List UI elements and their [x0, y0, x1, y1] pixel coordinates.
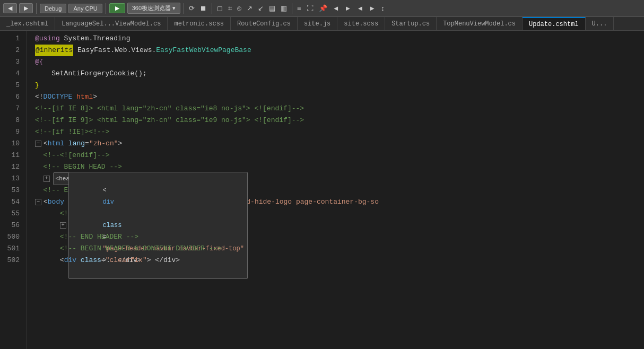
tab-site-js[interactable]: site.js [298, 17, 337, 30]
razor-block-start: @{ [35, 56, 43, 68]
close-brace: } [35, 80, 39, 91]
code-line-12: <!-- BEGIN HEAD --> [27, 161, 644, 173]
html-tag: div [102, 198, 114, 206]
forward-button[interactable]: ▶ [19, 3, 33, 13]
code-indent [35, 150, 43, 161]
code-line-1: @using System.Threading [27, 33, 644, 45]
browser-dropdown[interactable]: 360极速浏览器 ▾ [127, 3, 180, 14]
fold-toggle-10[interactable]: − [35, 141, 41, 147]
code-line-4: SetAntiForgeryCookie(); [27, 68, 644, 80]
icon-btn-3[interactable]: ⎋ [236, 3, 243, 13]
ln-12: 12 [4, 161, 22, 173]
ln-2: 2 [4, 45, 22, 56]
code-line-56: + < div class = "page-header navbar navb… [27, 220, 644, 231]
tab-startup[interactable]: Startup.cs [385, 17, 437, 30]
icon-btn-1[interactable]: ◻ [215, 3, 224, 13]
code-text: System.Threading [60, 33, 130, 45]
fold-toggle-13[interactable]: + [43, 176, 50, 182]
razor-inherits-kw: @inherits [35, 45, 73, 56]
icon-btn-14[interactable]: ► [367, 3, 377, 13]
play-button[interactable]: ▶ [109, 3, 125, 13]
code-text: SetAntiForgery [35, 68, 109, 80]
toolbar-separator-1 [36, 3, 37, 14]
ln-501: 501 [4, 243, 22, 255]
toolbar-separator-5 [292, 3, 292, 14]
ln-11: 11 [4, 150, 22, 161]
ln-8: 8 [4, 115, 22, 126]
ln-9: 9 [4, 126, 22, 138]
ln-7: 7 [4, 103, 22, 115]
code-indent [35, 185, 43, 196]
comment-text: <!--[if IE 9]> <html lang="zh-cn" class=… [35, 115, 304, 126]
icon-btn-4[interactable]: ↗ [245, 3, 254, 13]
tab-site-scss[interactable]: site.scss [337, 17, 385, 30]
code-line-10: − < html lang = "zh-cn" > [27, 138, 644, 150]
comment-text: <!--[if IE 8]> <html lang="zh-cn" class=… [35, 103, 304, 115]
icon-btn-13[interactable]: ◄ [355, 3, 365, 13]
code-text: < [43, 138, 48, 150]
code-line-2: @inherits EasyFast.Web.Views. EasyFastWe… [27, 45, 644, 56]
tab-update[interactable]: Update.cshtml [523, 17, 586, 30]
ln-56: 56 [4, 220, 22, 231]
code-area: 1 2 3 4 5 6 7 8 9 10 11 12 13 53 54 55 5… [0, 31, 644, 349]
icon-btn-8[interactable]: ≡ [295, 3, 303, 13]
debug-dropdown[interactable]: Debug [40, 4, 66, 13]
fold-toggle-54[interactable]: − [35, 199, 41, 205]
code-content[interactable]: @using System.Threading @inherits EasyFa… [27, 31, 644, 349]
code-text: > [118, 138, 122, 150]
html-tag: div [64, 255, 76, 266]
ln-5: 5 [4, 80, 22, 91]
code-indent [35, 255, 60, 266]
code-text: = [85, 138, 89, 150]
code-indent [35, 243, 60, 255]
icon-btn-15[interactable]: ↕ [379, 3, 386, 13]
icon-btn-6[interactable]: ▤ [267, 3, 277, 13]
ln-10: 10 [4, 138, 22, 150]
cpu-dropdown[interactable]: Any CPU [68, 4, 102, 13]
toolbar-separator-4 [212, 3, 212, 14]
attr-name: class [102, 222, 121, 229]
code-line-5: } [27, 80, 644, 91]
back-button[interactable]: ◀ [3, 3, 17, 13]
code-text: = [101, 255, 106, 266]
ln-13: 13 [4, 173, 22, 185]
attr-value: "clearfix" [106, 255, 147, 266]
code-indent [35, 173, 43, 185]
code-line-11: <!--<![endif]--> [27, 150, 644, 161]
tab-bar: _lex.cshtml LanguageSel...ViewModel.cs m… [0, 17, 644, 31]
tab-lex[interactable]: _lex.cshtml [0, 17, 55, 30]
code-text [76, 255, 81, 266]
comment-text: <!-- BEGIN HEAD --> [43, 161, 122, 173]
stop-button[interactable]: ⏹ [198, 3, 208, 13]
icon-btn-12[interactable]: ► [343, 3, 353, 13]
tab-topmenu[interactable]: TopMenuViewModel.cs [437, 17, 523, 30]
comment-text: <!-- END HEADER --> [60, 231, 138, 243]
code-text: < [60, 255, 64, 266]
icon-btn-11[interactable]: ◄ [331, 3, 341, 13]
code-line-7: <!--[if IE 8]> <html lang="zh-cn" class=… [27, 103, 644, 115]
comment-text: <!-- BEGIN HEADER & CONTENT DIVIDER --> [60, 243, 221, 255]
refresh-button[interactable]: ⟳ [187, 3, 196, 13]
comment-text: <!--[if !IE]><!--> [35, 126, 109, 138]
icon-btn-10[interactable]: 📌 [317, 3, 329, 13]
attr-value: "zh-cn" [89, 138, 118, 150]
tab-routeconfig[interactable]: RouteConfig.cs [231, 17, 298, 30]
tab-more[interactable]: U... [586, 17, 614, 30]
code-text [102, 210, 106, 217]
html-tag: html [48, 138, 64, 150]
code-text: > [93, 91, 97, 103]
icon-btn-9[interactable]: ⛶ [305, 3, 315, 13]
comment-text: <!--<![endif]--> [43, 150, 110, 161]
code-indent [35, 161, 43, 173]
fold-toggle-56[interactable]: + [60, 222, 66, 229]
icon-btn-5[interactable]: ↙ [256, 3, 265, 13]
icon-btn-7[interactable]: ▥ [279, 3, 289, 13]
ln-55: 55 [4, 208, 22, 220]
code-text: < [102, 187, 106, 194]
tab-lang[interactable]: LanguageSel...ViewModel.cs [55, 17, 168, 30]
code-indent [35, 231, 60, 243]
icon-btn-2[interactable]: ⌗ [227, 3, 233, 14]
code-line-502: < div class = "clearfix" > </div> [27, 255, 644, 266]
tab-metronic[interactable]: metronic.scss [168, 17, 231, 30]
ln-500: 500 [4, 231, 22, 243]
